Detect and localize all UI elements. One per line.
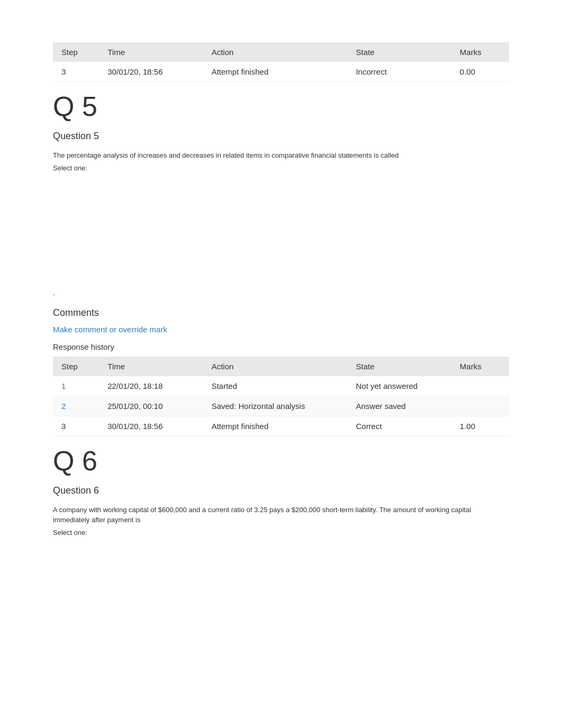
cell-state: Correct [347, 416, 451, 436]
q5-answer-options-spacer [53, 183, 509, 267]
step-link[interactable]: 2 [61, 402, 66, 411]
col-header-action: Action [203, 42, 348, 62]
q5-label: Q 5 [53, 93, 509, 120]
q6-body: A company with working capital of $600,0… [53, 505, 509, 525]
cell-action: Saved: Horizontal analysis [203, 396, 348, 416]
q6-label: Q 6 [53, 447, 509, 475]
col-header-step: Step [53, 42, 99, 62]
table-row: 2 25/01/20, 00:10 Saved: Horizontal anal… [53, 396, 509, 416]
cell-time: 30/01/20, 18:56 [99, 416, 203, 436]
table-row: 3 30/01/20, 18:56 Attempt finished Incor… [53, 62, 509, 82]
col-header-marks: Marks [451, 42, 509, 62]
history-col-time: Time [99, 357, 203, 376]
col-header-state: State [347, 42, 451, 62]
cell-step: 3 [53, 62, 99, 82]
cell-step: 2 [53, 396, 99, 416]
step-link[interactable]: 1 [61, 381, 66, 390]
history-col-marks: Marks [451, 357, 509, 376]
history-col-state: State [347, 357, 451, 376]
q5-title: Question 5 [53, 131, 509, 142]
response-history-label: Response history [53, 342, 509, 351]
col-header-time: Time [99, 42, 203, 62]
q6-title: Question 6 [53, 485, 509, 496]
cell-step: 1 [53, 376, 99, 396]
cell-step: 3 [53, 416, 99, 436]
cell-action: Attempt finished [203, 416, 348, 436]
q5-body: The percentage analysis of increases and… [53, 150, 509, 161]
q5-attempt-table: Step Time Action State Marks 3 30/01/20,… [53, 42, 509, 82]
make-comment-link[interactable]: Make comment or override mark [53, 325, 509, 334]
cell-action: Started [203, 376, 348, 396]
q5-select-one: Select one: [53, 164, 509, 172]
cell-time: 25/01/20, 00:10 [99, 396, 203, 416]
q6-answer-options-spacer [53, 547, 509, 632]
cell-action: Attempt finished [203, 62, 348, 82]
cell-time: 30/01/20, 18:56 [99, 62, 203, 82]
cell-marks: 1.00 [451, 416, 509, 436]
cell-state: Incorrect [347, 62, 451, 82]
cell-marks: 0.00 [451, 62, 509, 82]
q5-response-history-table: Step Time Action State Marks 1 22/01/20,… [53, 357, 509, 436]
cell-state: Answer saved [347, 396, 451, 416]
q6-select-one: Select one: [53, 529, 509, 536]
table-row: 1 22/01/20, 18:18 Started Not yet answer… [53, 376, 509, 396]
cell-marks [451, 376, 509, 396]
history-col-action: Action [203, 357, 348, 376]
q5-dot-placeholder: . [53, 288, 509, 297]
cell-state: Not yet answered [347, 376, 451, 396]
cell-marks [451, 396, 509, 416]
q5-comments-label: Comments [53, 307, 509, 319]
history-col-step: Step [53, 357, 99, 376]
cell-time: 22/01/20, 18:18 [99, 376, 203, 396]
table-row: 3 30/01/20, 18:56 Attempt finished Corre… [53, 416, 509, 436]
